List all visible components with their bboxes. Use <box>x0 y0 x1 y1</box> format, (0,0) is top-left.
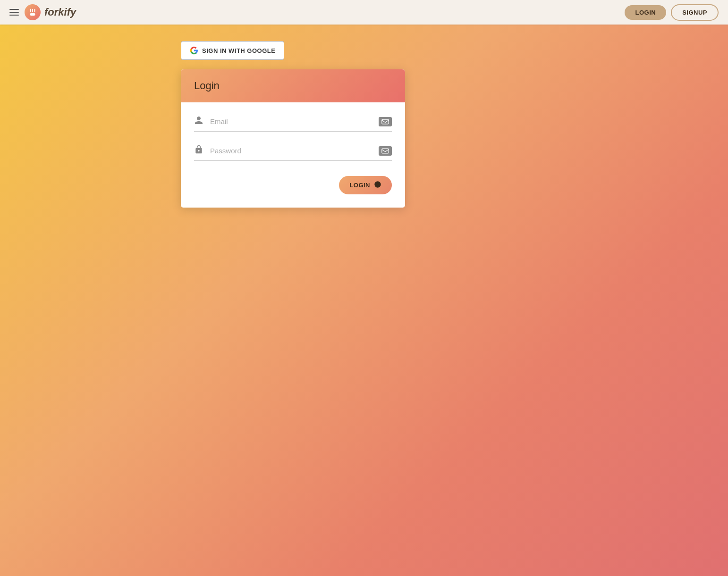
email-input[interactable] <box>210 117 373 125</box>
login-card-body: LOGIN <box>181 102 405 208</box>
hamburger-menu-button[interactable] <box>9 9 19 16</box>
login-card-header: Login <box>181 69 405 102</box>
nav-signup-button[interactable]: SIGNUP <box>671 4 719 21</box>
password-field-container <box>194 145 392 161</box>
nav-login-button[interactable]: LOGIN <box>625 5 666 20</box>
google-signin-label: SIGN IN WITH GOOGLE <box>202 47 275 54</box>
svg-rect-5 <box>382 149 389 153</box>
google-signin-button[interactable]: SIGN IN WITH GOOGLE <box>181 41 284 60</box>
svg-rect-3 <box>30 13 35 16</box>
login-submit-button[interactable]: LOGIN <box>339 176 392 194</box>
logo-link[interactable]: forkify <box>25 4 76 20</box>
google-icon <box>190 46 198 55</box>
lock-icon <box>194 145 204 157</box>
person-icon <box>194 116 204 127</box>
arrow-right-icon <box>374 181 381 190</box>
svg-rect-4 <box>382 119 389 124</box>
navbar-right: LOGIN SIGNUP <box>625 4 719 21</box>
main-content: SIGN IN WITH GOOGLE Login <box>0 25 728 576</box>
svg-rect-0 <box>30 9 31 12</box>
logo-text: forkify <box>44 6 76 18</box>
logo-icon <box>25 4 41 20</box>
email-field-container <box>194 116 392 132</box>
password-input[interactable] <box>210 147 373 155</box>
svg-rect-1 <box>32 9 33 12</box>
email-badge <box>379 117 392 126</box>
navbar-left: forkify <box>9 4 76 20</box>
login-submit-label: LOGIN <box>349 182 370 189</box>
password-badge <box>379 146 392 156</box>
login-form-footer: LOGIN <box>194 174 392 194</box>
svg-rect-2 <box>34 9 35 12</box>
login-card-title: Login <box>194 80 392 92</box>
navbar: forkify LOGIN SIGNUP <box>0 0 728 25</box>
login-card: Login <box>181 69 405 208</box>
